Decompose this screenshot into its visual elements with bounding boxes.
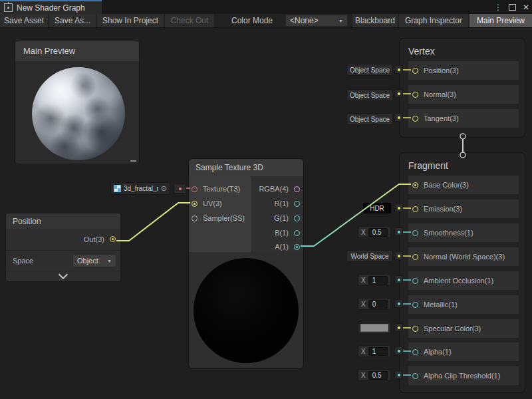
texture-asset-field[interactable]: 3d_fractal_n ⊙ xyxy=(110,182,170,195)
sample-node-title[interactable]: Sample Texture 3D xyxy=(189,159,303,176)
metallic-field[interactable]: X 0 xyxy=(358,298,391,310)
slot-alpha-clip: Alpha Clip Threshold(1) xyxy=(408,366,519,385)
port-position[interactable] xyxy=(412,68,418,74)
texture-default-dot xyxy=(174,184,186,194)
port-a-output[interactable] xyxy=(294,244,300,250)
slot-label: Smoothness(1) xyxy=(424,229,473,237)
specular-color-swatch[interactable] xyxy=(360,324,388,332)
position-node-footer[interactable] xyxy=(6,271,120,282)
save-asset-button[interactable]: Save Asset xyxy=(0,14,48,27)
alpha-clip-default-dot xyxy=(394,370,403,379)
alpha-clip-value[interactable]: 0.5 xyxy=(368,371,388,380)
smoothness-value[interactable]: 0.5 xyxy=(368,228,388,237)
object-picker-icon[interactable]: ⊙ xyxy=(161,185,167,192)
alpha-field[interactable]: X 1 xyxy=(358,345,391,357)
fragment-node[interactable]: Fragment Base Color(3) Emission(3) Smoot… xyxy=(399,152,525,393)
color-mode-label: Color Mode xyxy=(231,14,273,27)
check-out-button: Check Out xyxy=(165,14,214,27)
tab-new-shader-graph[interactable]: New Shader Graph xyxy=(0,0,102,14)
port-emission[interactable] xyxy=(412,206,418,212)
port-base-color[interactable] xyxy=(412,182,418,188)
metallic-default-dot xyxy=(394,299,403,308)
tab-title: New Shader Graph xyxy=(17,3,85,13)
output-r: R(1) xyxy=(251,196,300,211)
wire-position-to-uv[interactable] xyxy=(116,203,190,241)
slot-label: Ambient Occlusion(1) xyxy=(424,277,493,285)
x-label: X xyxy=(361,348,366,355)
slot-label: Tangent(3) xyxy=(424,114,459,122)
port-tangent[interactable] xyxy=(412,116,418,122)
input-texture: Texture(T3) xyxy=(192,182,240,196)
slot-label: Emission(3) xyxy=(424,205,462,213)
title-bar: New Shader Graph ⋮ ✕ xyxy=(0,0,532,14)
output-rgba: RGBA(4) xyxy=(251,182,300,196)
graph-inspector-toggle[interactable]: Graph Inspector xyxy=(399,14,468,27)
position-properties: Space Object ▼ xyxy=(6,251,120,271)
position-node-title-text: Position xyxy=(13,217,41,226)
position-space-pill[interactable]: Object Space xyxy=(346,64,393,76)
ambient-occlusion-field[interactable]: X 1 xyxy=(358,274,391,286)
port-sampler-input[interactable] xyxy=(192,215,198,221)
metallic-value[interactable]: 0 xyxy=(368,300,388,309)
slot-label: Out(3) xyxy=(84,235,104,243)
position-node-title[interactable]: Position xyxy=(6,213,120,229)
port-normal-ws[interactable] xyxy=(412,254,418,260)
port-smoothness[interactable] xyxy=(412,230,418,236)
position-node[interactable]: Position Out(3) Space Object ▼ xyxy=(5,213,121,282)
vertex-node-title: Vertex xyxy=(400,39,525,57)
port-normal[interactable] xyxy=(412,92,418,98)
port-specular-color[interactable] xyxy=(412,326,418,332)
collapse-chevron-icon[interactable] xyxy=(59,270,68,279)
emission-hdr-pill[interactable]: HDR xyxy=(363,203,391,213)
close-icon[interactable]: ✕ xyxy=(523,3,529,11)
main-preview-header[interactable]: Main Preview xyxy=(15,41,139,61)
main-preview-toggle[interactable]: Main Preview xyxy=(469,14,532,27)
fragment-node-title: Fragment xyxy=(400,153,525,171)
sample-node-preview xyxy=(189,252,303,368)
tangent-space-pill[interactable]: Object Space xyxy=(346,113,393,125)
port-r-output[interactable] xyxy=(294,201,300,207)
port-metallic[interactable] xyxy=(412,302,418,308)
specular-color-field[interactable] xyxy=(358,322,391,334)
slot-label: A(1) xyxy=(275,243,289,251)
port-uv-input[interactable] xyxy=(192,201,198,207)
slot-normal: Normal(3) xyxy=(408,85,519,104)
slot-label: Sampler(SS) xyxy=(203,214,245,222)
port-rgba-output[interactable] xyxy=(294,186,300,192)
slot-emission: Emission(3) xyxy=(408,200,519,218)
sample-texture-3d-node[interactable]: Sample Texture 3D Texture(T3) UV(3) Samp… xyxy=(188,158,304,369)
main-preview-title: Main Preview xyxy=(23,46,75,56)
more-icon[interactable]: ⋮ xyxy=(494,3,502,11)
normal-ws-space-pill[interactable]: World Space xyxy=(346,250,393,262)
port-alpha[interactable] xyxy=(412,349,418,355)
show-in-project-button[interactable]: Show In Project xyxy=(97,14,164,27)
color-mode-select[interactable]: <None> ▼ xyxy=(285,15,348,27)
vertex-node[interactable]: Vertex Position(3) Normal(3) Tangent(3) xyxy=(399,38,525,138)
main-preview-panel[interactable]: Main Preview xyxy=(15,40,140,164)
wire-a-to-base-color[interactable] xyxy=(301,184,411,246)
alpha-value[interactable]: 1 xyxy=(368,347,388,356)
port-alpha-clip[interactable] xyxy=(412,373,418,379)
smoothness-field[interactable]: X 0.5 xyxy=(358,226,391,238)
x-label: X xyxy=(361,229,366,236)
port-g-output[interactable] xyxy=(294,215,300,221)
port-position-out[interactable] xyxy=(110,236,116,242)
alpha-clip-field[interactable]: X 0.5 xyxy=(358,369,391,381)
blackboard-toggle[interactable]: Blackboard xyxy=(352,14,398,27)
normal-space-pill[interactable]: Object Space xyxy=(346,89,393,101)
port-b-output[interactable] xyxy=(294,230,300,236)
maximize-icon[interactable] xyxy=(509,4,516,11)
x-label: X xyxy=(361,301,366,308)
save-as-button[interactable]: Save As... xyxy=(49,14,96,27)
space-value: Object xyxy=(77,257,98,265)
space-select[interactable]: Object ▼ xyxy=(72,254,116,267)
ambient-occlusion-value[interactable]: 1 xyxy=(368,276,388,285)
port-ambient-occlusion[interactable] xyxy=(412,278,418,284)
resize-handle[interactable] xyxy=(130,160,136,162)
port-texture-input[interactable] xyxy=(192,186,198,192)
slot-label: RGBA(4) xyxy=(259,185,289,193)
color-mode-value: <None> xyxy=(290,16,319,25)
sample-outputs-column: RGBA(4) R(1) G(1) B(1) A(1) xyxy=(251,176,303,252)
normal-ws-default-dot xyxy=(394,251,403,260)
slot-label: Alpha Clip Threshold(1) xyxy=(424,372,500,380)
